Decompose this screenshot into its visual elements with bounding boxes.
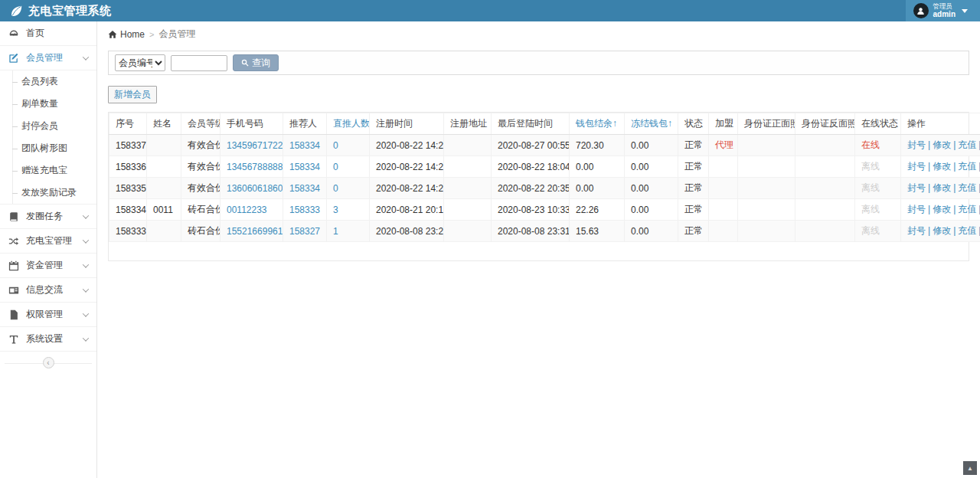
online-status: 离线 — [861, 161, 880, 172]
cell-phone: 00112233 — [220, 199, 283, 221]
sidebar-item-message-exchange[interactable]: 信息交流 — [0, 278, 96, 303]
search-input[interactable] — [171, 55, 227, 71]
ban-link[interactable]: 封号 — [907, 182, 926, 193]
add-member-button[interactable]: 新增会员 — [108, 86, 157, 103]
recharge-link[interactable]: 充值 — [958, 139, 976, 150]
column-header-phone: 手机号码 — [220, 113, 283, 135]
referrer-link[interactable]: 158334 — [289, 140, 320, 151]
cell-online: 离线 — [855, 156, 901, 178]
direct-count-link[interactable]: 1 — [333, 226, 338, 237]
direct-count-link[interactable]: 3 — [333, 205, 338, 215]
sidebar-item-system-settings[interactable]: 系统设置 — [0, 327, 96, 352]
ban-link[interactable]: 封号 — [907, 225, 926, 236]
referrer-link[interactable]: 158327 — [289, 226, 320, 237]
ban-link[interactable]: 封号 — [907, 161, 926, 172]
sidebar-item-permission-management[interactable]: 权限管理 — [0, 303, 96, 327]
column-header-wallet_balance[interactable]: 钱包结余↑ — [570, 113, 625, 135]
column-header-status: 状态 — [678, 113, 709, 135]
sidebar-subitem[interactable]: 发放奖励记录 — [0, 182, 96, 204]
query-button[interactable]: 查询 — [233, 54, 279, 71]
cell-referrer: 158334 — [283, 135, 327, 156]
referrer-link[interactable]: 158334 — [289, 183, 320, 194]
cell-reg_addr — [444, 178, 492, 199]
cell-referrer: 158333 — [283, 199, 327, 221]
breadcrumb-home[interactable]: Home — [108, 29, 145, 40]
phone-link[interactable]: 15521669961 — [227, 226, 283, 237]
cell-name — [147, 178, 181, 199]
sidebar-item-label: 权限管理 — [26, 308, 83, 321]
direct-count-link[interactable]: 0 — [333, 183, 338, 194]
sidebar-subitem[interactable]: 会员列表 — [0, 70, 96, 93]
referrer-link[interactable]: 158333 — [289, 205, 320, 215]
modify-link[interactable]: 修改 — [933, 139, 951, 150]
user-role: 管理员 — [933, 3, 956, 10]
cell-franchise: 代理 — [709, 135, 738, 156]
search-icon — [241, 59, 249, 67]
ban-link[interactable]: 封号 — [907, 204, 926, 214]
cell-name — [147, 221, 181, 242]
shuffle-icon — [8, 236, 19, 247]
sidebar-item-label: 首页 — [26, 27, 90, 40]
main: Home > 会员管理 会员编号 查询 新增会员 — [97, 21, 980, 478]
column-header-direct_count[interactable]: 直推人数↑ — [327, 113, 370, 135]
layout: 首页会员管理会员列表刷单数量封停会员团队树形图赠送充电宝发放奖励记录发圈任务充电… — [0, 21, 980, 478]
sidebar-subitem[interactable]: 刷单数量 — [0, 93, 96, 115]
phone-link[interactable]: 13459671722 — [227, 140, 283, 151]
table-row: 158335有效合伙人1360606186015833402020-08-22 … — [109, 178, 980, 199]
column-header-ops: 操作 — [901, 113, 980, 135]
recharge-link[interactable]: 充值 — [958, 225, 976, 236]
column-header-last_login: 最后登陆时间 — [492, 113, 570, 135]
modify-link[interactable]: 修改 — [933, 161, 951, 172]
column-header-frozen_wallet[interactable]: 冻结钱包↑ — [625, 113, 678, 135]
back-to-top-button[interactable]: ▲ — [963, 461, 977, 475]
sidebar-subitem[interactable]: 团队树形图 — [0, 137, 96, 159]
cell-id_front — [738, 221, 795, 242]
recharge-link[interactable]: 充值 — [958, 161, 976, 172]
search-filter-select[interactable]: 会员编号 — [115, 54, 165, 71]
cell-phone: 13459671722 — [220, 135, 283, 156]
direct-count-link[interactable]: 0 — [333, 140, 338, 151]
op-separator: | — [928, 182, 930, 193]
sidebar-item-member-management[interactable]: 会员管理 — [0, 46, 96, 70]
cell-direct_count: 0 — [327, 135, 370, 156]
column-header-reg_addr: 注册地址 — [444, 113, 492, 135]
cell-level: 砖石合伙人 — [181, 221, 220, 242]
cell-online: 离线 — [855, 221, 901, 242]
user-menu[interactable]: 管理员 admin — [906, 0, 980, 21]
cell-seq: 158337 — [109, 135, 147, 156]
sidebar: 首页会员管理会员列表刷单数量封停会员团队树形图赠送充电宝发放奖励记录发圈任务充电… — [0, 21, 97, 478]
ban-link[interactable]: 封号 — [907, 139, 926, 150]
cell-phone: 15521669961 — [220, 221, 283, 242]
phone-link[interactable]: 13606061860 — [227, 183, 283, 194]
text-icon — [8, 334, 19, 345]
sidebar-item-funds-management[interactable]: 资金管理 — [0, 254, 96, 278]
cell-wallet_balance: 0.00 — [570, 178, 625, 199]
sidebar-subitem[interactable]: 赠送充电宝 — [0, 159, 96, 182]
cell-phone: 13606061860 — [220, 178, 283, 199]
search-panel: 会员编号 查询 — [108, 51, 969, 75]
table-header-row: 序号姓名会员等级手机号码推荐人直推人数↑注册时间注册地址最后登陆时间钱包结余↑冻… — [109, 113, 980, 135]
cell-status: 正常 — [678, 221, 709, 242]
chevron-down-icon — [83, 310, 89, 316]
sidebar-item-home[interactable]: 首页 — [0, 21, 96, 46]
cell-status: 正常 — [678, 178, 709, 199]
modify-link[interactable]: 修改 — [933, 225, 951, 236]
referrer-link[interactable]: 158334 — [289, 162, 320, 172]
phone-link[interactable]: 00112233 — [227, 205, 267, 215]
modify-link[interactable]: 修改 — [933, 204, 951, 214]
column-header-level: 会员等级 — [181, 113, 220, 135]
cell-online: 离线 — [855, 178, 901, 199]
cell-phone: 13456788888 — [220, 156, 283, 178]
direct-count-link[interactable]: 0 — [333, 162, 338, 172]
recharge-link[interactable]: 充值 — [958, 182, 976, 193]
recharge-link[interactable]: 充值 — [958, 204, 976, 214]
sidebar-item-moments-task[interactable]: 发圈任务 — [0, 205, 96, 229]
phone-link[interactable]: 13456788888 — [227, 162, 283, 172]
cell-ops: 封号|修改|充值|删除 — [901, 221, 980, 242]
sidebar-item-powerbank-management[interactable]: 充电宝管理 — [0, 229, 96, 254]
book-icon — [8, 211, 19, 222]
modify-link[interactable]: 修改 — [933, 182, 951, 193]
app-title: 充电宝管理系统 — [28, 4, 112, 18]
sidebar-collapse-button[interactable]: ‹ — [43, 357, 54, 368]
sidebar-subitem[interactable]: 封停会员 — [0, 115, 96, 137]
